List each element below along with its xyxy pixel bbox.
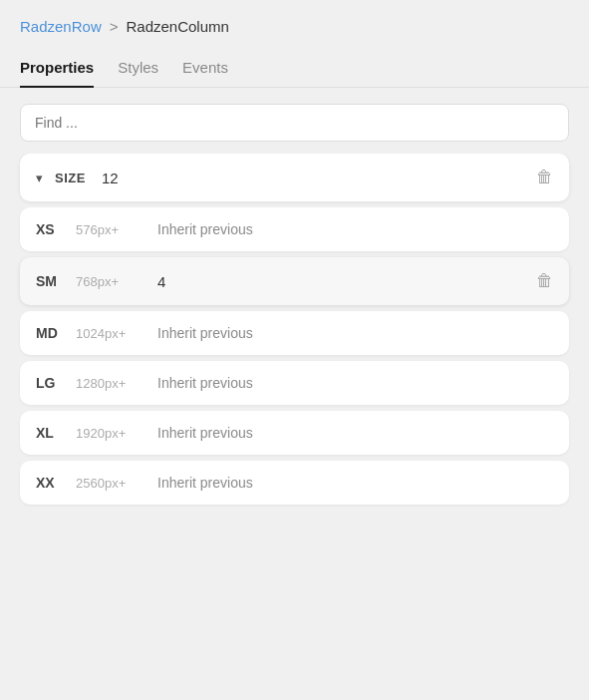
breadcrumb-current: RadzenColumn <box>126 18 228 35</box>
tab-styles[interactable]: Styles <box>118 49 158 88</box>
search-input[interactable] <box>20 104 569 142</box>
size-header-row: ▾ SIZE 🗑 <box>20 154 569 201</box>
bp-value-md: Inherit previous <box>157 325 553 341</box>
bp-size-xl: 1920px+ <box>76 426 146 441</box>
bp-value-xl: Inherit previous <box>157 425 553 441</box>
bp-size-md: 1024px+ <box>76 326 146 341</box>
breakpoint-row-xs: XS 576px+ Inherit previous <box>20 207 569 251</box>
bp-label-xs: XS <box>36 221 64 237</box>
chevron-down-icon[interactable]: ▾ <box>36 171 43 185</box>
breakpoint-row-md: MD 1024px+ Inherit previous <box>20 311 569 355</box>
bp-size-xs: 576px+ <box>76 222 146 237</box>
bp-label-xx: XX <box>36 475 64 491</box>
bp-value-xx: Inherit previous <box>157 475 553 491</box>
search-container <box>0 88 589 154</box>
content-area: ▾ SIZE 🗑 XS 576px+ Inherit previous SM 7… <box>0 154 589 700</box>
bp-label-lg: LG <box>36 375 64 391</box>
breakpoint-row-xx: XX 2560px+ Inherit previous <box>20 461 569 505</box>
tab-properties[interactable]: Properties <box>20 49 94 88</box>
bp-delete-icon-sm[interactable]: 🗑 <box>536 271 553 291</box>
bp-label-xl: XL <box>36 425 64 441</box>
size-delete-icon[interactable]: 🗑 <box>536 168 553 187</box>
breadcrumb: RadzenRow > RadzenColumn <box>0 0 589 49</box>
bp-size-xx: 2560px+ <box>76 476 146 491</box>
size-value-input[interactable] <box>102 170 524 186</box>
bp-size-sm: 768px+ <box>76 274 146 289</box>
breakpoint-row-lg: LG 1280px+ Inherit previous <box>20 361 569 405</box>
bp-label-sm: SM <box>36 273 64 289</box>
bp-value-lg: Inherit previous <box>157 375 553 391</box>
size-label: SIZE <box>55 171 86 185</box>
breakpoint-row-sm: SM 768px+ 🗑 <box>20 257 569 305</box>
bp-value-xs: Inherit previous <box>157 221 553 237</box>
breakpoint-row-xl: XL 1920px+ Inherit previous <box>20 411 569 455</box>
bp-label-md: MD <box>36 325 64 341</box>
breadcrumb-parent-link[interactable]: RadzenRow <box>20 18 102 35</box>
bp-size-lg: 1280px+ <box>76 376 146 391</box>
panel: RadzenRow > RadzenColumn Properties Styl… <box>0 0 589 700</box>
bp-value-input-sm[interactable] <box>157 273 524 290</box>
breadcrumb-separator: > <box>110 18 119 35</box>
tabs: Properties Styles Events <box>0 49 589 88</box>
tab-events[interactable]: Events <box>182 49 228 88</box>
